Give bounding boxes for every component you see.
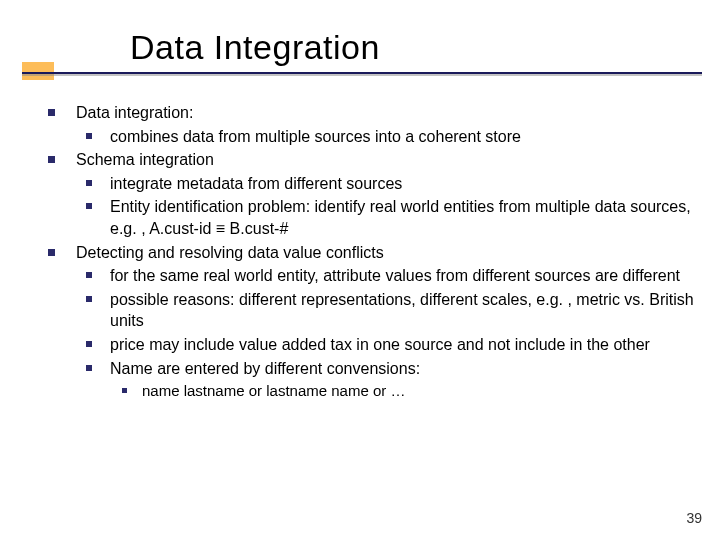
bullet-level-2: possible reasons: different representati… xyxy=(42,289,696,332)
bullet-level-3: name lastname or lastname name or … xyxy=(42,381,696,401)
title-underline-shadow xyxy=(22,74,702,76)
bullet-level-2: price may include value added tax in one… xyxy=(42,334,696,356)
bullet-level-1: Schema integration xyxy=(42,149,696,171)
bullet-level-1: Data integration: xyxy=(42,102,696,124)
slide-title-area: Data Integration xyxy=(0,0,720,92)
page-number: 39 xyxy=(686,510,702,526)
title-accent-box xyxy=(22,62,54,80)
bullet-level-2: integrate metadata from different source… xyxy=(42,173,696,195)
slide-title: Data Integration xyxy=(130,28,720,67)
bullet-level-2: combines data from multiple sources into… xyxy=(42,126,696,148)
slide-body: Data integration:combines data from mult… xyxy=(0,92,720,401)
bullet-level-1: Detecting and resolving data value confl… xyxy=(42,242,696,264)
bullet-level-2: for the same real world entity, attribut… xyxy=(42,265,696,287)
bullet-level-2: Entity identification problem: identify … xyxy=(42,196,696,239)
bullet-level-2: Name are entered by different convension… xyxy=(42,358,696,380)
